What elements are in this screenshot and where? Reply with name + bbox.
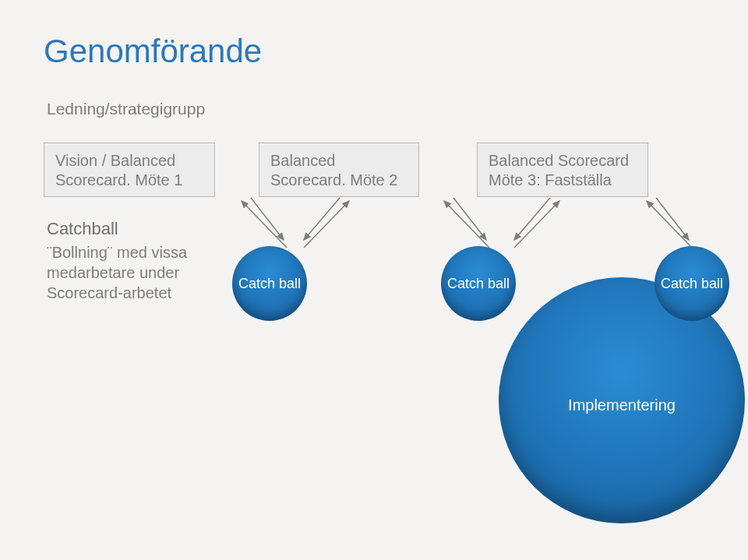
catchball-description: Catchball ¨Bollning¨ med vissa medarbeta… bbox=[47, 218, 210, 303]
arrows-circle2-box3 bbox=[499, 195, 577, 257]
svg-line-5 bbox=[453, 198, 486, 240]
catchball-circle-1-label: Catch ball bbox=[238, 276, 301, 292]
catchball-heading: Catchball bbox=[47, 218, 210, 241]
catchball-circle-1: Catch ball bbox=[232, 246, 307, 321]
svg-line-8 bbox=[647, 201, 692, 248]
svg-line-7 bbox=[514, 198, 550, 240]
page-title: Genomförande bbox=[44, 33, 262, 70]
svg-line-3 bbox=[304, 198, 340, 240]
catchball-body: ¨Bollning¨ med vissa medarbetare under S… bbox=[47, 244, 187, 301]
catchball-circle-3: Catch ball bbox=[654, 246, 729, 321]
subtitle: Ledning/strategigrupp bbox=[47, 100, 205, 118]
arrows-box3-circle3 bbox=[639, 195, 717, 257]
svg-line-6 bbox=[514, 201, 559, 248]
meeting-box-2: Balanced Scorecard. Möte 2 bbox=[259, 143, 419, 197]
catchball-circle-3-label: Catch ball bbox=[661, 276, 723, 292]
meeting-box-3: Balanced Scorecard Möte 3: Fastställa bbox=[477, 143, 648, 197]
arrows-circle1-box2 bbox=[288, 195, 366, 257]
svg-line-2 bbox=[304, 201, 349, 248]
svg-line-4 bbox=[444, 201, 489, 248]
implementation-label: Implementering bbox=[568, 396, 676, 414]
meeting-box-1: Vision / Balanced Scorecard. Möte 1 bbox=[44, 143, 215, 197]
svg-line-0 bbox=[242, 201, 287, 248]
svg-line-1 bbox=[251, 198, 284, 240]
catchball-circle-2: Catch ball bbox=[441, 246, 516, 321]
catchball-circle-2-label: Catch ball bbox=[447, 276, 510, 292]
svg-line-9 bbox=[656, 198, 689, 240]
